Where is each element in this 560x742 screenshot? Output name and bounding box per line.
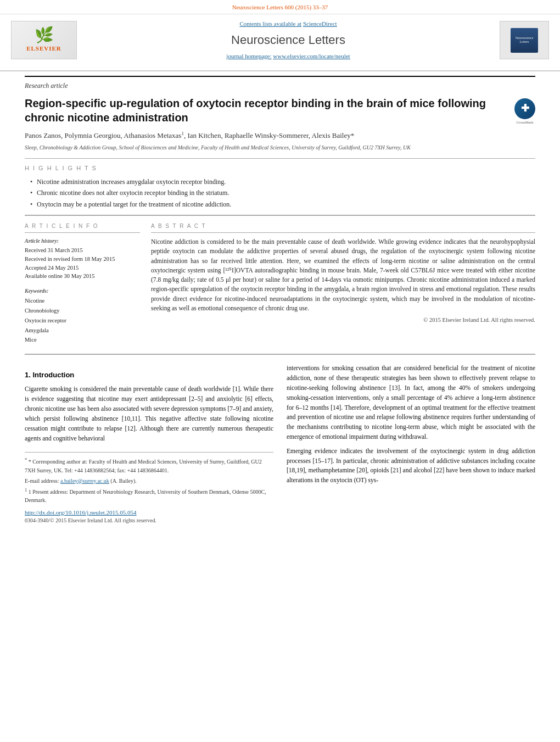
article-type: Research article [25,76,535,91]
footnote-star: * [25,458,27,462]
divider-2 [25,215,535,216]
issn-line: 0304-3940/© 2015 Elsevier Ireland Ltd. A… [25,517,273,525]
keywords-list: Nicotine Chronobiology Oxytocin receptor… [25,296,140,345]
highlights-header: H I G H L I G H T S [25,164,535,172]
abstract-paragraph: Nicotine addiction is considered to be t… [151,237,535,313]
article-info-abstract-section: A R T I C L E I N F O Article history: R… [25,222,535,345]
homepage-label: journal homepage: [226,53,271,59]
highlights-list: Nicotine administration increases amygda… [30,177,535,209]
journal-branding: 🌿 ELSEVIER Contents lists available at S… [0,14,560,66]
copyright-line: © 2015 Elsevier Ireland Ltd. All rights … [151,316,535,325]
intro-para-right-2: Emerging evidence indicates the involvem… [287,447,535,486]
contents-line: Contents lists available at ScienceDirec… [88,20,489,28]
keyword-1: Nicotine [25,296,140,306]
page: Neuroscience Letters 600 (2015) 33–37 🌿 … [0,0,560,742]
nl-logo-box: NeuroscienceLetters [500,21,549,59]
journal-citation: Neuroscience Letters 600 (2015) 33–37 [232,4,328,10]
homepage-line: journal homepage: www.elsevier.com/locat… [88,52,489,60]
divider-1 [25,158,535,159]
journal-url[interactable]: www.elsevier.com/locate/neulet [273,53,350,59]
body-section: 1. Introduction Cigarette smoking is con… [25,364,535,525]
sciencedirect-link[interactable]: ScienceDirect [303,20,337,27]
article-dates: Received 31 March 2015 Received in revis… [25,246,140,281]
highlight-item-3: Oxytocin may be a potential target for t… [30,200,535,209]
elsevier-wordmark: ELSEVIER [26,44,61,53]
crossmark-icon: ✚ [514,98,535,119]
author-names-main: Panos Zanos, Polymnia Georgiou, Athanasi… [25,131,181,140]
body-col-right: interventions for smoking cessation that… [287,364,535,525]
intro-para-right-1: interventions for smoking cessation that… [287,364,535,442]
journal-center-info: Contents lists available at ScienceDirec… [77,20,500,60]
abstract-header: A B S T R A C T [151,222,535,233]
crossmark-badge: ✚ CrossMark [514,98,535,119]
footnote-email: E-mail address: a.bailey@surrey.ac.uk (A… [25,477,273,485]
highlight-item-2: Chronic nicotine does not alter oxytocin… [30,188,535,198]
crossmark-label: CrossMark [514,120,535,126]
article-info-column: A R T I C L E I N F O Article history: R… [25,222,140,345]
journal-header: Neuroscience Letters 600 (2015) 33–37 🌿 … [0,0,560,71]
abstract-text: Nicotine addiction is considered to be t… [151,237,535,313]
doi-link[interactable]: http://dx.doi.org/10.1016/j.neulet.2015.… [25,509,273,517]
email-link[interactable]: a.bailey@surrey.ac.uk [60,478,109,484]
journal-name: Neuroscience Letters [88,32,489,49]
history-label: Article history: [25,237,140,245]
footnote-sup1: 1 1 Present address: Department of Neuro… [25,487,273,504]
footnote-corresponding: * * Corresponding author at: Faculty of … [25,457,273,474]
author-affiliation: Sleep, Chronobiology & Addiction Group, … [25,144,535,152]
keyword-4: Amygdala [25,326,140,336]
journal-citation-bar: Neuroscience Letters 600 (2015) 33–37 [0,0,560,14]
elsevier-tree-icon: 🌿 [35,27,54,43]
nl-icon: NeuroscienceLetters [511,28,538,53]
body-col-left: 1. Introduction Cigarette smoking is con… [25,364,273,525]
divider-3 [25,354,535,355]
keywords-label: Keywords: [25,287,140,295]
keyword-5: Mice [25,335,140,345]
elsevier-logo: 🌿 ELSEVIER [11,21,77,59]
article-title: Region-specific up-regulation of oxytoci… [25,96,503,125]
date-revised: Received in revised form 18 May 2015 [25,255,140,264]
keyword-3: Oxytocin receptor [25,316,140,326]
authors-line: Panos Zanos, Polymnia Georgiou, Athanasi… [25,130,535,141]
intro-para-1: Cigarette smoking is considered the main… [25,384,273,443]
date-online: Available online 30 May 2015 [25,272,140,281]
date-accepted: Accepted 24 May 2015 [25,264,140,272]
contents-label: Contents lists available at [239,20,301,27]
date-received: Received 31 March 2015 [25,246,140,255]
keyword-2: Chronobiology [25,306,140,316]
author-names-cont: , Ian Kitchen, Raphaelle Winsky-Sommerer… [184,131,351,140]
intro-heading: 1. Introduction [25,370,273,380]
footnote-sup1-text: 1 Present address: Department of Neurobi… [25,489,266,503]
corresponding-asterisk: * [351,131,355,140]
highlight-item-1: Nicotine administration increases amygda… [30,177,535,187]
abstract-column: A B S T R A C T Nicotine addiction is co… [151,222,535,345]
article-info-header: A R T I C L E I N F O [25,222,140,233]
article-title-section: Region-specific up-regulation of oxytoci… [25,96,535,125]
main-content: Research article Region-specific up-regu… [0,76,560,525]
footnote-area: * * Corresponding author at: Faculty of … [25,452,273,504]
